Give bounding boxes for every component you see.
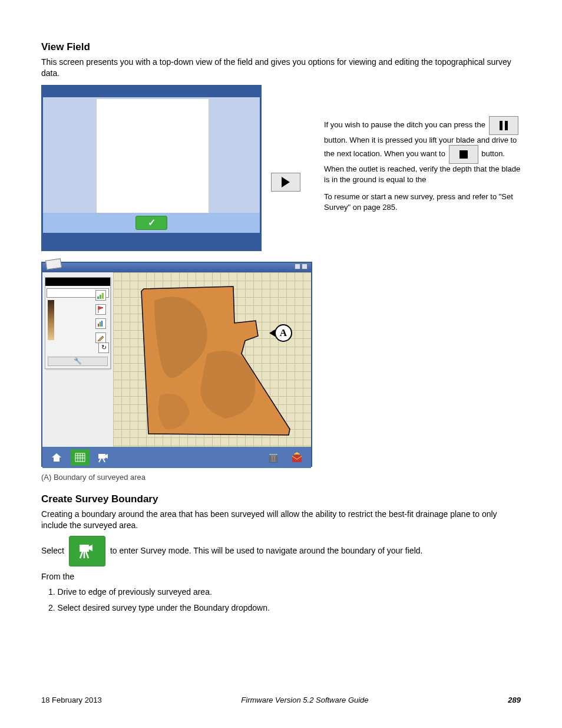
- section2-para1: Creating a boundary around the area that…: [41, 509, 521, 531]
- envelope-icon: [291, 452, 303, 463]
- play-icon: [282, 177, 290, 187]
- svg-line-13: [99, 459, 101, 462]
- pause-button[interactable]: [489, 116, 518, 135]
- data-button[interactable]: [264, 449, 283, 466]
- home-icon: [51, 452, 62, 463]
- trash-icon: [267, 452, 279, 463]
- pen-tool[interactable]: [95, 332, 106, 343]
- svg-line-14: [103, 459, 105, 462]
- svg-rect-1: [100, 295, 101, 299]
- survey-mode-button[interactable]: [69, 536, 105, 566]
- gradient-tool[interactable]: [95, 290, 106, 301]
- svg-rect-0: [97, 297, 99, 299]
- section2-para2-pre: Select: [41, 545, 64, 556]
- step-2: 2. Select desired survey type under the …: [41, 602, 521, 614]
- steps-prefix: From the: [41, 572, 74, 581]
- play-button[interactable]: [271, 173, 300, 192]
- footer-page: 289: [508, 696, 521, 704]
- section2-para2-suf: to enter Survey mode. This will be used …: [110, 545, 423, 556]
- svg-rect-12: [98, 454, 105, 459]
- survey-camera-icon: [97, 452, 110, 463]
- flag-tool[interactable]: [95, 304, 106, 315]
- svg-rect-4: [100, 322, 101, 327]
- grid-button[interactable]: [71, 449, 90, 466]
- svg-rect-19: [269, 454, 277, 455]
- terrain-area: [137, 283, 296, 441]
- stop-icon: [459, 150, 468, 159]
- stop-button[interactable]: [449, 145, 478, 164]
- survey-button-small[interactable]: [94, 449, 113, 466]
- grid-icon: [74, 452, 86, 463]
- warning-button[interactable]: [287, 449, 306, 466]
- para-resume-pre: To resume or start a new survey, press: [324, 192, 455, 201]
- para-pause-a: If you wish to pause the ditch you can p…: [324, 120, 485, 129]
- footer-issue: Firmware Version 5.2 Software Guide: [241, 696, 368, 704]
- titlebar-icons: [295, 263, 308, 269]
- pause-icon: [500, 121, 508, 130]
- section-title-view-field: View Field: [41, 41, 521, 53]
- wrench-icon: 🔧: [74, 357, 82, 365]
- step-1: 1. Drive to edge of previously surveyed …: [41, 587, 521, 598]
- home-button[interactable]: [47, 449, 66, 466]
- map-tab-chip: [45, 258, 62, 269]
- callout-a-label: (A) Boundary of surveyed area: [41, 473, 312, 482]
- svg-rect-3: [98, 324, 99, 327]
- svg-line-22: [86, 552, 88, 558]
- map-screenshot: A ↻: [41, 262, 312, 467]
- section-body-view-field: This screen presents you with a top-down…: [41, 57, 521, 79]
- callout-marker-a: A: [275, 324, 292, 342]
- svg-rect-5: [101, 321, 103, 327]
- section-title-create-boundary: Create Survey Boundary: [41, 493, 521, 505]
- confirm-button[interactable]: ✓: [135, 216, 167, 230]
- svg-rect-20: [80, 545, 89, 552]
- footer-date: 18 February 2013: [41, 696, 102, 704]
- svg-rect-2: [102, 293, 104, 299]
- settings-tool[interactable]: 🔧: [48, 357, 108, 366]
- svg-line-21: [80, 552, 82, 558]
- refresh-tool[interactable]: ↻: [98, 342, 109, 353]
- dialog-screenshot: ✓: [41, 85, 262, 251]
- survey-camera-icon-large: [77, 542, 97, 560]
- chart-tool[interactable]: [95, 318, 106, 329]
- check-icon: ✓: [148, 217, 156, 228]
